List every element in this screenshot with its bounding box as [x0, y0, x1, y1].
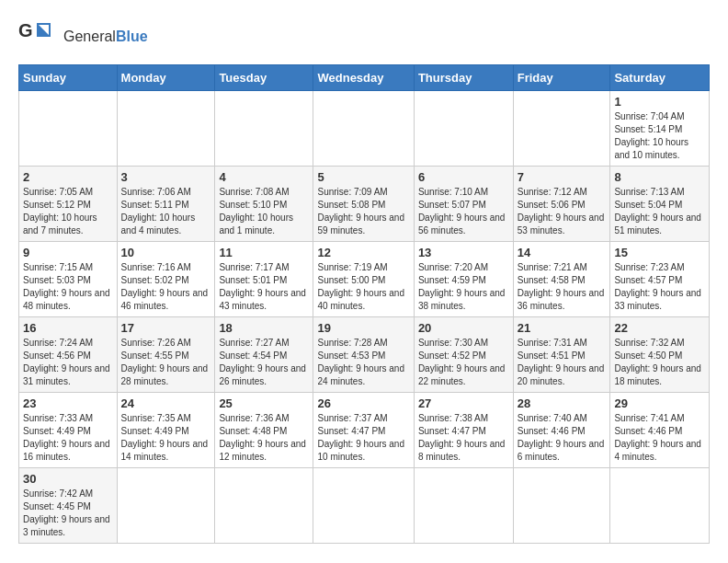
calendar-cell: 25Sunrise: 7:36 AMSunset: 4:48 PMDayligh… — [215, 393, 313, 468]
calendar-cell — [313, 468, 414, 544]
day-info: Sunrise: 7:35 AMSunset: 4:49 PMDaylight:… — [121, 412, 211, 464]
calendar-week-row: 9Sunrise: 7:15 AMSunset: 5:03 PMDaylight… — [19, 242, 710, 317]
calendar-cell: 21Sunrise: 7:31 AMSunset: 4:51 PMDayligh… — [513, 317, 610, 393]
day-info: Sunrise: 7:04 AMSunset: 5:14 PMDaylight:… — [614, 110, 705, 162]
calendar-cell — [610, 468, 710, 544]
calendar-cell — [513, 468, 610, 544]
calendar-cell: 5Sunrise: 7:09 AMSunset: 5:08 PMDaylight… — [313, 167, 414, 242]
day-number: 2 — [23, 170, 113, 184]
day-number: 11 — [219, 246, 309, 259]
calendar-week-row: 16Sunrise: 7:24 AMSunset: 4:56 PMDayligh… — [19, 317, 710, 393]
day-info: Sunrise: 7:28 AMSunset: 4:53 PMDaylight:… — [317, 337, 409, 388]
day-info: Sunrise: 7:06 AMSunset: 5:11 PMDaylight:… — [121, 186, 211, 237]
day-info: Sunrise: 7:17 AMSunset: 5:01 PMDaylight:… — [219, 261, 309, 313]
calendar-cell — [414, 468, 513, 544]
day-info: Sunrise: 7:21 AMSunset: 4:58 PMDaylight:… — [518, 261, 607, 313]
column-header-sunday: Sunday — [19, 65, 118, 91]
column-header-wednesday: Wednesday — [313, 65, 414, 91]
calendar-cell: 27Sunrise: 7:38 AMSunset: 4:47 PMDayligh… — [414, 393, 513, 468]
calendar-cell: 24Sunrise: 7:35 AMSunset: 4:49 PMDayligh… — [117, 393, 215, 468]
day-number: 29 — [614, 396, 705, 410]
day-info: Sunrise: 7:41 AMSunset: 4:46 PMDaylight:… — [614, 412, 705, 464]
svg-text:G: G — [18, 20, 33, 40]
day-info: Sunrise: 7:37 AMSunset: 4:47 PMDaylight:… — [317, 412, 409, 464]
day-number: 8 — [614, 170, 705, 184]
calendar-cell: 8Sunrise: 7:13 AMSunset: 5:04 PMDaylight… — [610, 167, 710, 242]
calendar-week-row: 23Sunrise: 7:33 AMSunset: 4:49 PMDayligh… — [19, 393, 710, 468]
day-info: Sunrise: 7:26 AMSunset: 4:55 PMDaylight:… — [121, 337, 211, 388]
calendar-cell: 10Sunrise: 7:16 AMSunset: 5:02 PMDayligh… — [117, 242, 215, 317]
day-info: Sunrise: 7:40 AMSunset: 4:46 PMDaylight:… — [518, 412, 607, 464]
calendar-cell — [117, 91, 215, 167]
logo-icon: G — [18, 18, 60, 55]
day-number: 25 — [219, 396, 309, 410]
calendar-cell — [414, 91, 513, 167]
day-info: Sunrise: 7:12 AMSunset: 5:06 PMDaylight:… — [518, 186, 607, 237]
calendar-cell: 2Sunrise: 7:05 AMSunset: 5:12 PMDaylight… — [19, 167, 118, 242]
day-number: 10 — [121, 246, 211, 259]
day-number: 23 — [23, 396, 113, 410]
calendar-cell: 18Sunrise: 7:27 AMSunset: 4:54 PMDayligh… — [215, 317, 313, 393]
day-info: Sunrise: 7:09 AMSunset: 5:08 PMDaylight:… — [317, 186, 409, 237]
day-number: 21 — [518, 321, 607, 335]
calendar-cell: 22Sunrise: 7:32 AMSunset: 4:50 PMDayligh… — [610, 317, 710, 393]
column-header-monday: Monday — [117, 65, 215, 91]
logo: GGeneralBlue — [18, 18, 148, 55]
day-number: 28 — [518, 396, 607, 410]
calendar-cell — [19, 91, 118, 167]
day-info: Sunrise: 7:13 AMSunset: 5:04 PMDaylight:… — [614, 186, 705, 237]
day-info: Sunrise: 7:10 AMSunset: 5:07 PMDaylight:… — [418, 186, 509, 237]
calendar-cell — [215, 91, 313, 167]
day-number: 9 — [23, 246, 113, 259]
calendar-cell: 20Sunrise: 7:30 AMSunset: 4:52 PMDayligh… — [414, 317, 513, 393]
calendar-cell: 1Sunrise: 7:04 AMSunset: 5:14 PMDaylight… — [610, 91, 710, 167]
day-number: 6 — [418, 170, 509, 184]
calendar-cell: 23Sunrise: 7:33 AMSunset: 4:49 PMDayligh… — [19, 393, 118, 468]
calendar-cell: 29Sunrise: 7:41 AMSunset: 4:46 PMDayligh… — [610, 393, 710, 468]
day-info: Sunrise: 7:31 AMSunset: 4:51 PMDaylight:… — [518, 337, 607, 388]
calendar-cell — [513, 91, 610, 167]
calendar-cell — [117, 468, 215, 544]
calendar-cell: 11Sunrise: 7:17 AMSunset: 5:01 PMDayligh… — [215, 242, 313, 317]
day-number: 1 — [614, 95, 705, 109]
day-number: 19 — [317, 321, 409, 335]
day-info: Sunrise: 7:08 AMSunset: 5:10 PMDaylight:… — [219, 186, 309, 237]
calendar-cell: 12Sunrise: 7:19 AMSunset: 5:00 PMDayligh… — [313, 242, 414, 317]
column-header-tuesday: Tuesday — [215, 65, 313, 91]
day-number: 26 — [317, 396, 409, 410]
calendar-cell: 17Sunrise: 7:26 AMSunset: 4:55 PMDayligh… — [117, 317, 215, 393]
day-info: Sunrise: 7:24 AMSunset: 4:56 PMDaylight:… — [23, 337, 113, 388]
day-info: Sunrise: 7:27 AMSunset: 4:54 PMDaylight:… — [219, 337, 309, 388]
day-number: 13 — [418, 246, 509, 259]
day-info: Sunrise: 7:33 AMSunset: 4:49 PMDaylight:… — [23, 412, 113, 464]
calendar-cell: 19Sunrise: 7:28 AMSunset: 4:53 PMDayligh… — [313, 317, 414, 393]
calendar-header-row: SundayMondayTuesdayWednesdayThursdayFrid… — [19, 65, 710, 91]
day-number: 15 — [614, 246, 705, 259]
day-info: Sunrise: 7:19 AMSunset: 5:00 PMDaylight:… — [317, 261, 409, 313]
day-number: 18 — [219, 321, 309, 335]
day-number: 22 — [614, 321, 705, 335]
day-number: 5 — [317, 170, 409, 184]
calendar-cell: 16Sunrise: 7:24 AMSunset: 4:56 PMDayligh… — [19, 317, 118, 393]
calendar-cell: 14Sunrise: 7:21 AMSunset: 4:58 PMDayligh… — [513, 242, 610, 317]
day-number: 3 — [121, 170, 211, 184]
day-number: 20 — [418, 321, 509, 335]
day-info: Sunrise: 7:15 AMSunset: 5:03 PMDaylight:… — [23, 261, 113, 313]
calendar-cell: 15Sunrise: 7:23 AMSunset: 4:57 PMDayligh… — [610, 242, 710, 317]
day-number: 17 — [121, 321, 211, 335]
column-header-saturday: Saturday — [610, 65, 710, 91]
day-info: Sunrise: 7:05 AMSunset: 5:12 PMDaylight:… — [23, 186, 113, 237]
calendar-cell: 7Sunrise: 7:12 AMSunset: 5:06 PMDaylight… — [513, 167, 610, 242]
day-number: 14 — [518, 246, 607, 259]
calendar-cell: 28Sunrise: 7:40 AMSunset: 4:46 PMDayligh… — [513, 393, 610, 468]
calendar-week-row: 1Sunrise: 7:04 AMSunset: 5:14 PMDaylight… — [19, 91, 710, 167]
logo-general: General — [63, 29, 116, 44]
calendar-table: SundayMondayTuesdayWednesdayThursdayFrid… — [18, 64, 710, 544]
column-header-friday: Friday — [513, 65, 610, 91]
calendar-cell: 9Sunrise: 7:15 AMSunset: 5:03 PMDaylight… — [19, 242, 118, 317]
day-number: 7 — [518, 170, 607, 184]
day-info: Sunrise: 7:20 AMSunset: 4:59 PMDaylight:… — [418, 261, 509, 313]
day-info: Sunrise: 7:36 AMSunset: 4:48 PMDaylight:… — [219, 412, 309, 464]
calendar-week-row: 30Sunrise: 7:42 AMSunset: 4:45 PMDayligh… — [19, 468, 710, 544]
day-number: 16 — [23, 321, 113, 335]
